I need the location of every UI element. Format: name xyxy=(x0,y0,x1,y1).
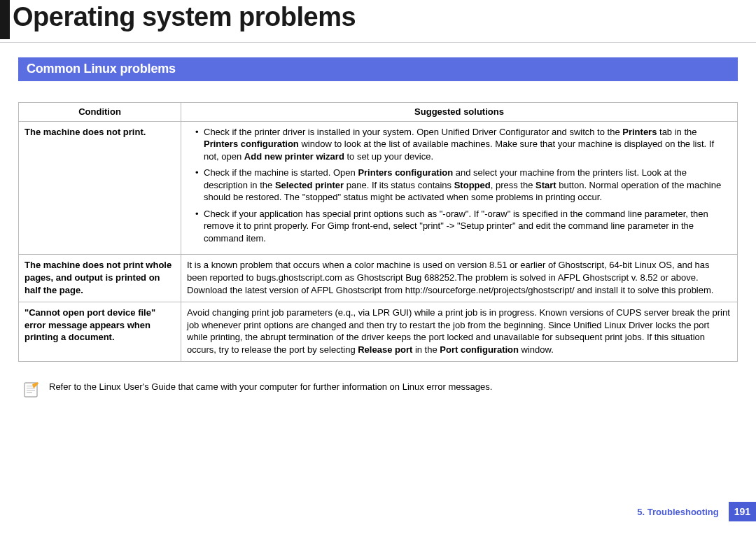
solution-cell: Check if the printer driver is installed… xyxy=(181,121,738,255)
footer-page-number: 191 xyxy=(729,502,756,521)
title-side-bar xyxy=(0,0,10,39)
svg-rect-4 xyxy=(27,392,32,393)
condition-cell: The machine does not print whole pages, … xyxy=(19,255,181,302)
title-underline xyxy=(0,42,756,43)
col-header-condition: Condition xyxy=(19,103,181,122)
page-title: Operating system problems xyxy=(13,0,356,34)
note-text: Refer to the Linux User's Guide that cam… xyxy=(49,381,492,392)
table-row: The machine does not print whole pages, … xyxy=(19,255,738,302)
condition-cell: "Cannot open port device file" error mes… xyxy=(19,302,181,362)
svg-rect-3 xyxy=(27,390,35,391)
table-row: "Cannot open port device file" error mes… xyxy=(19,302,738,362)
list-item: Check if your application has special pr… xyxy=(195,208,732,245)
list-item: Check if the machine is started. Open Pr… xyxy=(195,167,732,204)
page-footer: 5. Troubleshooting 191 xyxy=(637,502,756,521)
footer-chapter: 5. Troubleshooting xyxy=(637,507,718,517)
table-row: The machine does not print. Check if the… xyxy=(19,121,738,255)
note-icon xyxy=(24,381,39,398)
condition-cell: The machine does not print. xyxy=(19,121,181,255)
solution-cell: Avoid changing print job parameters (e.q… xyxy=(181,302,738,362)
problems-table: Condition Suggested solutions The machin… xyxy=(18,102,738,362)
solution-cell: It is a known problem that occurs when a… xyxy=(181,255,738,302)
section-heading: Common Linux problems xyxy=(18,57,738,81)
note-row: Refer to the Linux User's Guide that cam… xyxy=(18,381,738,398)
col-header-solutions: Suggested solutions xyxy=(181,103,738,122)
list-item: Check if the printer driver is installed… xyxy=(195,126,732,163)
content-area: Common Linux problems Condition Suggeste… xyxy=(18,57,738,398)
